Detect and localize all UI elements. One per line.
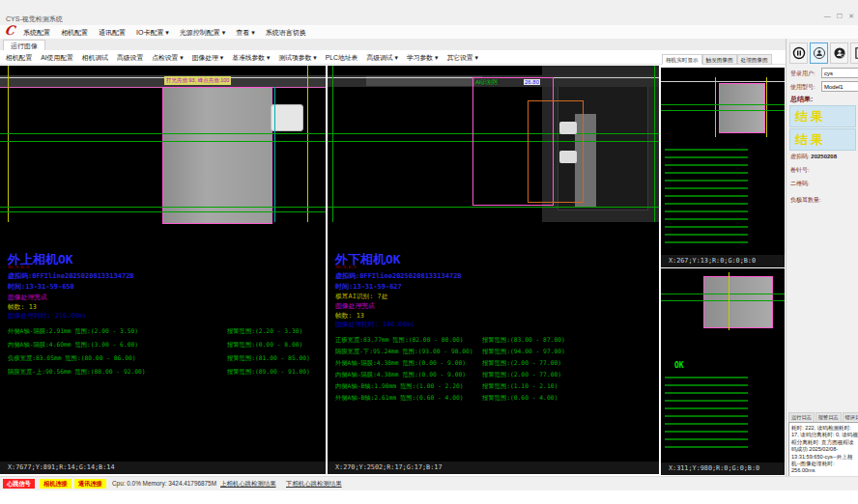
process-state: 图像处理完成 xyxy=(335,301,375,311)
overlay-green-line xyxy=(332,66,333,222)
mini-result-text xyxy=(665,149,748,245)
overlay-green-line xyxy=(661,294,785,294)
comm-link-badge: 通讯连接 xyxy=(74,479,106,489)
ai-count-line: 极耳AI识别: 7处 xyxy=(335,292,387,301)
menu-item-view[interactable]: 查看 ▾ xyxy=(236,28,254,38)
part-connector xyxy=(271,104,303,131)
overlay-green-line xyxy=(0,207,326,208)
thumbnail-tabs: 相机实时显示 触发图像图 处理图像图 xyxy=(662,54,784,65)
login-user-button[interactable] xyxy=(810,42,828,64)
overlay-yellow-line xyxy=(729,272,729,330)
brightness-overlay-label: 打光亮值:93, 峰点亮值:100 xyxy=(164,76,231,85)
tab-processed-image[interactable]: 处理图像图 xyxy=(737,54,772,65)
tab-camera-live[interactable]: 相机实时显示 xyxy=(662,54,702,65)
tool-ai-usage-config[interactable]: AI使用配置 xyxy=(41,53,73,63)
minimize-icon[interactable]: — xyxy=(824,13,831,20)
overlay-green-line xyxy=(0,133,326,134)
heartbeat-badge: 心跳信号 xyxy=(3,479,35,489)
tool-image-processing[interactable]: 图像处理 ▾ xyxy=(192,53,224,63)
login-user-label: 登录用户: xyxy=(790,70,815,78)
time-line: 时间:13-31-59-627 xyxy=(335,282,402,292)
tool-advanced-debug[interactable]: 高级调试 ▾ xyxy=(366,53,398,63)
mini-ok-status: OK xyxy=(674,361,684,370)
menu-item-io-config[interactable]: IO卡配置 ▾ xyxy=(136,28,169,38)
mini-part xyxy=(719,83,765,133)
qr-code-label: 二维码: xyxy=(790,180,810,188)
app-window: CYS-视觉检测系统 — ☐ ✕ C 系统配置 相机配置 通讯配置 IO卡配置 … xyxy=(0,0,858,504)
measurement-row: 外侧A轴-B轴:2.61mm 范围:(0.60 - 4.00) 报警范围:(0.… xyxy=(328,394,659,406)
model-field[interactable] xyxy=(821,81,858,92)
tool-other-settings[interactable]: 其它设置 ▾ xyxy=(446,53,478,63)
ai-region-label: AI识别区 xyxy=(474,78,500,87)
total-result-label: 总结果: xyxy=(790,95,813,104)
overlay-green-line xyxy=(661,110,785,111)
login-user-field[interactable] xyxy=(821,68,858,78)
control-side-panel: 登录用户: 使用型号: 总结果: 结果 结果 虚拟码: 20250208 卷针号… xyxy=(786,39,858,476)
tab-trigger-image[interactable]: 触发图像图 xyxy=(702,54,737,65)
process-state: 图像处理完成 xyxy=(8,293,47,302)
tool-camera-debug[interactable]: 相机调试 xyxy=(82,53,108,63)
overlay-green-line xyxy=(661,104,785,105)
measurement-row: 隔膜宽度-上:90.56mm 范围:(88.00 - 92.00) 报警范围:(… xyxy=(0,368,326,380)
maximize-icon[interactable]: ☐ xyxy=(837,13,843,20)
measurement-row: 外侧A轴-隔膜:2.91mm 范围:(2.00 - 3.50) 报警范围:(2.… xyxy=(0,327,326,340)
cursor-coords-lower: X:270;Y:2502;R:17;G:17;B:17 xyxy=(328,462,659,474)
menu-item-camera-config[interactable]: 相机配置 xyxy=(61,28,88,38)
user-settings-button[interactable] xyxy=(830,42,848,64)
overlay-green-line xyxy=(661,300,785,301)
cursor-coords-thumb-upper: X:267;Y:13;R:0;G:0;B:0 xyxy=(661,255,785,267)
measurement-row: 内侧A轴-隔膜:4.60mm 范围:(3.00 - 6.00) 报警范围:(0.… xyxy=(0,341,326,353)
elapsed-time: 图像处理耗时: 140.00ms xyxy=(335,320,415,329)
tool-plc-address[interactable]: PLC地址表 xyxy=(326,53,358,63)
overlay-green-line xyxy=(0,141,326,142)
ai-value-label: 26.80 xyxy=(524,79,540,85)
overlay-yellow-line xyxy=(715,77,716,137)
statusbar: 心跳信号 相机连接 通讯连接 Cpu: 0.0% Memory: 3424.41… xyxy=(0,476,858,490)
menu-item-system-config[interactable]: 系统配置 xyxy=(23,28,50,38)
result-badge-2: 结果 xyxy=(789,128,856,151)
inspected-part xyxy=(162,87,272,224)
exit-button[interactable] xyxy=(850,42,858,64)
time-line: 时间:13-31-59-650 xyxy=(8,282,74,292)
thumbnail-upper[interactable] xyxy=(661,68,785,255)
menu-item-light-config[interactable]: 光源控制配置 ▾ xyxy=(180,28,225,38)
model-label: 使用型号: xyxy=(790,83,815,92)
result-badge-1: 结果 xyxy=(789,105,856,127)
measurement-row: 负极宽度:83.05mm 范围:(80.00 - 86.00) 报警范围:(81… xyxy=(0,354,326,367)
overlay-green-line xyxy=(328,207,659,208)
exit-door-icon xyxy=(853,46,858,60)
menu-item-language[interactable]: 系统语言切换 xyxy=(266,28,306,38)
virtual-code-label: 虚拟码: 20250208 xyxy=(790,153,837,161)
tool-camera-config[interactable]: 相机配置 xyxy=(6,53,32,63)
tab-highlight xyxy=(559,122,577,134)
pause-icon xyxy=(792,46,806,60)
mini-result-text xyxy=(665,377,748,452)
barcode-line: 虚拟码:0FFIline2025020813313472B xyxy=(335,271,462,281)
close-icon[interactable]: ✕ xyxy=(848,13,854,20)
camera-view-lower[interactable]: AI识别区 26.80 外下相机OK NG:0;B:0 虚拟码:0FFIline… xyxy=(328,66,659,462)
cam-up-heartbeat-text: 上相机心跳检测结果 xyxy=(220,480,276,489)
thumbnail-lower[interactable]: OK xyxy=(661,268,785,462)
tool-baseline-params[interactable]: 基准线参数 ▾ xyxy=(232,53,270,63)
app-logo-icon: C xyxy=(4,23,15,38)
tool-advanced-settings[interactable]: 高级设置 xyxy=(117,53,143,63)
user-icon xyxy=(813,46,826,60)
cursor-coords-upper: X:7677;Y:891;R:14;G:14;B:14 xyxy=(0,462,326,474)
menu-item-comm-config[interactable]: 通讯配置 xyxy=(99,28,126,38)
overlay-cyan-line xyxy=(274,87,275,222)
elapsed-time: 图像处理耗时: 256.00ms xyxy=(8,311,87,321)
tool-learning-params[interactable]: 学习参数 ▾ xyxy=(407,53,439,63)
tool-test-params[interactable]: 测试项参数 ▾ xyxy=(278,53,316,63)
menubar: C 系统配置 相机配置 通讯配置 IO卡配置 ▾ 光源控制配置 ▾ 查看 ▾ 系… xyxy=(0,25,858,40)
overlay-green-line xyxy=(654,66,655,222)
barcode-line: 虚拟码:0FFIline2025020813313472B xyxy=(8,271,134,281)
pause-button[interactable] xyxy=(789,42,808,64)
log-textarea[interactable]: 耗时: 222, 读码检测耗时: 17, 读码分离耗时: 0, 读码视框分离耗时… xyxy=(788,422,858,479)
ng-info: NG:0;B:0 xyxy=(335,265,357,269)
tool-spot-check[interactable]: 点检设置 ▾ xyxy=(152,53,184,63)
edge-line xyxy=(0,77,326,78)
camera-view-upper[interactable]: 打光亮值:93, 峰点亮值:100 外上相机OK NG:0;B:0 虚拟码:0F… xyxy=(0,66,326,462)
mini-part xyxy=(703,276,773,328)
virtual-code-value: 20250208 xyxy=(811,154,837,159)
overlay-green-line xyxy=(0,211,326,212)
